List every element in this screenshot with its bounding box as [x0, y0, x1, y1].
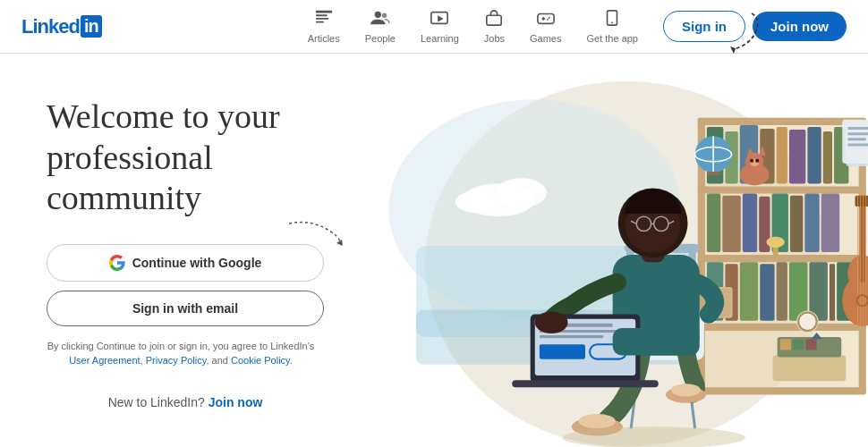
svg-rect-94 [847, 132, 868, 135]
nav-people[interactable]: People [354, 5, 406, 47]
svg-rect-89 [805, 339, 816, 350]
svg-rect-70 [830, 264, 835, 320]
joinnow-button[interactable]: Join now [753, 12, 847, 41]
site-header: Linkedin Articles People Learning Jobs [0, 0, 868, 54]
headline-line1: Welcome to your [47, 97, 280, 135]
svg-rect-0 [316, 11, 332, 13]
svg-point-51 [750, 159, 753, 163]
svg-rect-60 [821, 194, 839, 252]
svg-rect-37 [777, 127, 787, 183]
svg-point-126 [535, 311, 568, 333]
email-btn-label: Sign in with email [132, 301, 238, 316]
svg-rect-39 [807, 127, 821, 183]
svg-marker-16 [730, 46, 736, 54]
svg-rect-30 [698, 387, 866, 394]
google-btn-label: Continue with Google [132, 256, 262, 270]
logo-in: in [81, 15, 102, 38]
nav-jobs[interactable]: Jobs [473, 5, 515, 47]
svg-rect-27 [698, 186, 866, 193]
svg-rect-3 [316, 21, 324, 23]
svg-point-4 [374, 12, 380, 18]
svg-rect-1 [316, 14, 328, 16]
svg-rect-9 [538, 13, 554, 23]
button-arrow-decoration [285, 215, 356, 250]
svg-rect-58 [790, 196, 803, 252]
svg-rect-88 [793, 339, 804, 350]
nav-jobs-label: Jobs [484, 33, 505, 44]
headline-line2: professional community [47, 139, 213, 217]
signin-email-button[interactable]: Sign in with email [47, 291, 324, 326]
arrow-decoration [689, 9, 761, 57]
svg-point-15 [611, 22, 613, 24]
svg-point-12 [548, 17, 549, 19]
games-icon [536, 9, 556, 31]
svg-marker-7 [438, 15, 444, 21]
svg-point-108 [671, 384, 701, 396]
privacy-policy-link[interactable]: Privacy Policy [146, 355, 207, 366]
svg-rect-29 [698, 324, 866, 331]
svg-rect-53 [707, 194, 720, 252]
nav-articles-label: Articles [308, 33, 340, 44]
articles-icon [314, 9, 334, 31]
nav-learning[interactable]: Learning [410, 5, 470, 47]
svg-point-23 [496, 178, 547, 207]
svg-point-106 [579, 414, 616, 428]
svg-point-5 [382, 13, 387, 18]
svg-point-75 [798, 313, 816, 331]
svg-rect-127 [613, 328, 700, 356]
svg-rect-45 [707, 172, 719, 175]
svg-rect-26 [698, 118, 866, 125]
svg-rect-92 [842, 120, 868, 164]
nav-people-label: People [365, 33, 396, 44]
svg-rect-93 [847, 127, 868, 130]
linkedin-logo[interactable]: Linkedin [21, 15, 102, 38]
svg-point-52 [755, 159, 759, 163]
auth-form: Continue with Google Sign in with email … [47, 244, 324, 409]
svg-point-24 [455, 191, 496, 214]
svg-point-13 [547, 19, 549, 21]
svg-rect-96 [847, 143, 868, 146]
user-agreement-link[interactable]: User Agreement [69, 355, 140, 366]
svg-point-62 [766, 237, 784, 248]
svg-rect-87 [780, 339, 791, 350]
google-icon [109, 255, 125, 271]
svg-rect-66 [760, 264, 774, 320]
svg-rect-55 [743, 194, 757, 252]
nav-learning-label: Learning [421, 33, 459, 44]
hero-illustration [385, 54, 868, 447]
svg-rect-116 [540, 344, 585, 358]
get-app-icon [602, 9, 622, 31]
main-headline: Welcome to your professional community [47, 97, 342, 219]
nav-games[interactable]: Games [519, 5, 572, 47]
svg-rect-2 [316, 18, 329, 20]
join-now-text: New to LinkedIn? Join now [47, 395, 324, 409]
svg-rect-95 [847, 138, 865, 140]
cookie-policy-link[interactable]: Cookie Policy [231, 355, 290, 366]
nav-games-label: Games [530, 33, 561, 44]
svg-rect-65 [740, 262, 758, 320]
svg-rect-59 [804, 194, 819, 252]
svg-rect-28 [698, 255, 866, 262]
svg-rect-54 [722, 196, 740, 252]
logo-text: Linked [21, 15, 80, 38]
hero-svg [367, 54, 868, 447]
nav-get-the-app[interactable]: Get the app [576, 5, 650, 47]
svg-rect-115 [540, 335, 604, 338]
join-now-link[interactable]: Join now [208, 395, 263, 409]
svg-rect-38 [789, 130, 805, 183]
svg-rect-8 [487, 15, 501, 25]
svg-rect-40 [823, 131, 832, 183]
svg-rect-67 [777, 262, 787, 320]
people-icon [370, 9, 390, 31]
svg-rect-85 [773, 356, 847, 382]
nav-articles[interactable]: Articles [297, 5, 351, 47]
continue-google-button[interactable]: Continue with Google [47, 244, 324, 282]
svg-rect-112 [512, 380, 659, 387]
learning-icon [430, 9, 449, 31]
nav-get-app-label: Get the app [587, 33, 639, 44]
main-content: Welcome to your professional community C… [0, 54, 868, 447]
jobs-icon [484, 9, 504, 31]
terms-text: By clicking Continue to join or sign in,… [47, 339, 315, 368]
main-nav: Articles People Learning Jobs Games [297, 5, 649, 47]
